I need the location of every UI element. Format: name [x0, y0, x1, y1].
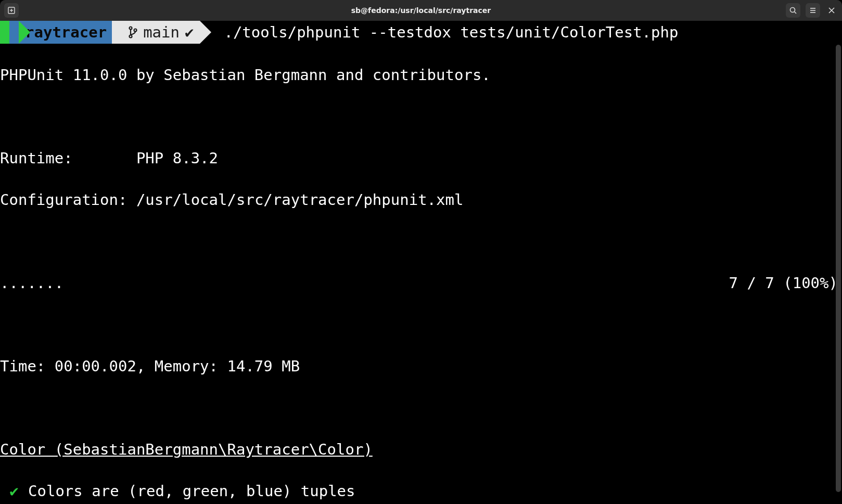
window-title: sb@fedora:/usr/local/src/raytracer [351, 6, 491, 15]
phpunit-banner: PHPUnit 11.0.0 by Sebastian Bergmann and… [0, 64, 842, 85]
window-titlebar: sb@fedora:/usr/local/src/raytracer [0, 0, 842, 21]
svg-line-4 [795, 12, 797, 14]
svg-point-11 [130, 35, 132, 38]
close-icon [828, 7, 835, 14]
test-item: ✔Colors are (red, green, blue) tuples [0, 481, 842, 501]
config-value: /usr/local/src/raytracer/phpunit.xml [136, 191, 464, 209]
prompt-branch: main [143, 23, 180, 41]
prompt-segment-accent [0, 21, 9, 44]
test-desc: Colors are (red, green, blue) tuples [28, 481, 355, 501]
close-button[interactable] [825, 4, 838, 17]
progress-dots: ....... [0, 273, 63, 293]
new-tab-icon [7, 6, 16, 15]
command-text: ./tools/phpunit --testdox tests/unit/Col… [211, 21, 678, 44]
checkmark-icon: ✔ [0, 481, 28, 501]
chevron-right-icon [200, 21, 211, 44]
terminal-output: PHPUnit 11.0.0 by Sebastian Bergmann and… [0, 44, 842, 504]
svg-point-12 [134, 29, 137, 32]
search-icon [789, 6, 797, 15]
config-label: Configuration: [0, 191, 127, 209]
runtime-label: Runtime: [0, 149, 73, 167]
git-branch-icon [127, 25, 138, 40]
hamburger-icon [809, 6, 817, 15]
terminal-viewport[interactable]: raytracer main ✔ ./tools/phpunit --testd… [0, 21, 842, 504]
new-tab-button[interactable] [4, 3, 19, 18]
chevron-right-icon [19, 21, 30, 44]
menu-button[interactable] [806, 3, 820, 18]
prompt-dir: raytracer [25, 23, 107, 41]
time-memory: Time: 00:00.002, Memory: 14.79 MB [0, 356, 842, 377]
branch-clean-icon: ✔ [185, 23, 194, 41]
progress-counter: 7 / 7 (100%) [729, 273, 838, 293]
prompt-line: raytracer main ✔ ./tools/phpunit --testd… [0, 21, 842, 44]
runtime-value: PHP 8.3.2 [136, 149, 218, 167]
svg-point-10 [130, 27, 132, 30]
search-button[interactable] [786, 3, 800, 18]
prompt-segment-branch: main ✔ [112, 21, 200, 44]
svg-point-3 [790, 8, 795, 12]
suite-header: Color (SebastianBergmann\Raytracer\Color… [0, 439, 842, 460]
scrollbar[interactable] [836, 45, 841, 492]
